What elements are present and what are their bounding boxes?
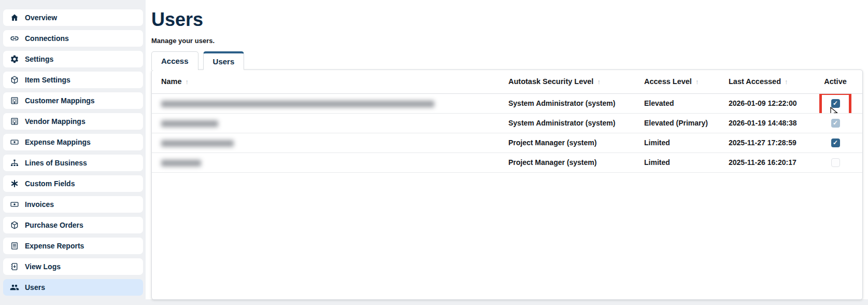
building-icon — [10, 117, 19, 126]
col-header-label: Autotask Security Level — [508, 77, 593, 86]
cell-security-level: Project Manager (system) — [500, 133, 636, 152]
payments-icon — [10, 137, 19, 147]
sidebar-item-label: Custom Fields — [25, 179, 75, 188]
sidebar-item-label: Expense Mappings — [25, 138, 91, 146]
link-icon — [10, 34, 19, 43]
active-checkbox[interactable] — [831, 99, 840, 108]
cell-last-accessed: 2025-11-26 16:20:17 — [720, 152, 808, 172]
sidebar-item-connections[interactable]: Connections — [3, 30, 143, 47]
tab-bar: Access Users — [151, 51, 868, 70]
cell-access-level: Limited — [636, 152, 720, 172]
sidebar-item-label: Purchase Orders — [25, 221, 83, 229]
sidebar-item-label: Customer Mappings — [25, 96, 95, 105]
cell-security-level: System Administrator (system) — [500, 113, 636, 133]
table-header-row: Name↑ Autotask Security Level↑ Access Le… — [152, 70, 862, 93]
cell-last-accessed: 2026-01-09 12:22:00 — [720, 93, 808, 113]
cell-security-level: Project Manager (system) — [500, 152, 636, 172]
home-icon — [10, 13, 19, 22]
cell-security-level: System Administrator (system) — [500, 93, 636, 113]
cell-active — [808, 152, 862, 172]
active-checkbox[interactable] — [831, 158, 840, 167]
col-header-name[interactable]: Name↑ — [152, 70, 500, 93]
redacted-name — [161, 101, 434, 107]
main-panel: Users Manage your users. Access Users Na… — [146, 0, 868, 299]
sidebar-item-purchase-orders[interactable]: Purchase Orders — [3, 217, 143, 233]
table-row: System Administrator (system) Elevated 2… — [152, 93, 862, 113]
col-header-label: Last Accessed — [729, 77, 781, 86]
cell-last-accessed: 2025-11-27 17:28:59 — [720, 133, 808, 152]
table-row: System Administrator (system) Elevated (… — [152, 113, 862, 133]
page-subtitle: Manage your users. — [151, 37, 868, 45]
cell-active — [808, 93, 862, 113]
package-icon — [10, 75, 19, 85]
cell-access-level: Elevated (Primary) — [636, 113, 720, 133]
users-table: Name↑ Autotask Security Level↑ Access Le… — [152, 70, 862, 173]
sidebar-item-overview[interactable]: Overview — [3, 9, 143, 26]
col-header-active: Active — [808, 70, 862, 93]
col-header-label: Name — [161, 77, 182, 86]
payments-icon — [10, 200, 19, 209]
sidebar-item-label: Invoices — [25, 200, 54, 209]
sidebar-item-view-logs[interactable]: View Logs — [3, 258, 143, 275]
cell-name — [152, 152, 500, 172]
sidebar-item-item-settings[interactable]: Item Settings — [3, 72, 143, 88]
sidebar-item-label: Lines of Business — [25, 159, 87, 167]
col-header-access-level[interactable]: Access Level↑ — [636, 70, 720, 93]
group-icon — [10, 283, 19, 292]
hierarchy-icon — [10, 158, 19, 168]
sidebar-item-label: Vendor Mappings — [25, 117, 86, 126]
sidebar-item-expense-reports[interactable]: Expense Reports — [3, 238, 143, 254]
col-header-security-level[interactable]: Autotask Security Level↑ — [500, 70, 636, 93]
cell-active — [808, 133, 862, 152]
cell-access-level: Elevated — [636, 93, 720, 113]
cell-name — [152, 133, 500, 152]
sidebar-item-vendor-mappings[interactable]: Vendor Mappings — [3, 113, 143, 130]
package-icon — [10, 220, 19, 230]
cell-last-accessed: 2026-01-19 14:48:38 — [720, 113, 808, 133]
sidebar-item-customer-mappings[interactable]: Customer Mappings — [3, 92, 143, 109]
table-row: Project Manager (system) Limited 2025-11… — [152, 152, 862, 172]
sort-ascending-icon[interactable]: ↑ — [785, 78, 788, 86]
active-checkbox[interactable] — [831, 119, 840, 128]
logs-icon — [10, 262, 19, 271]
sidebar-item-invoices[interactable]: Invoices — [3, 196, 143, 213]
redacted-name — [161, 120, 218, 127]
building-icon — [10, 96, 19, 105]
sidebar-item-label: Users — [25, 283, 45, 292]
gear-icon — [10, 54, 19, 64]
sidebar-item-custom-fields[interactable]: Custom Fields — [3, 175, 143, 192]
sidebar-item-label: Settings — [25, 55, 53, 63]
redacted-name — [161, 140, 234, 147]
sidebar-item-label: Connections — [25, 34, 69, 43]
asterisk-icon — [10, 179, 19, 188]
cell-name — [152, 113, 500, 133]
active-checkbox[interactable] — [831, 138, 840, 147]
tab-users[interactable]: Users — [203, 51, 245, 70]
cell-access-level: Limited — [636, 133, 720, 152]
table-row: Project Manager (system) Limited 2025-11… — [152, 133, 862, 152]
sidebar-item-users[interactable]: Users — [3, 279, 143, 296]
col-header-label: Access Level — [644, 77, 692, 86]
report-icon — [10, 241, 19, 251]
sidebar-item-settings[interactable]: Settings — [3, 51, 143, 67]
tab-access[interactable]: Access — [151, 51, 198, 70]
col-header-label: Active — [824, 77, 847, 86]
sidebar-item-label: Expense Reports — [25, 242, 84, 250]
sidebar-item-label: Overview — [25, 13, 57, 22]
cell-active — [808, 113, 862, 133]
sidebar-item-lines-of-business[interactable]: Lines of Business — [3, 155, 143, 171]
redacted-name — [161, 160, 201, 167]
sort-ascending-icon[interactable]: ↑ — [597, 78, 601, 86]
col-header-last-accessed[interactable]: Last Accessed↑ — [720, 70, 808, 93]
users-table-card: Name↑ Autotask Security Level↑ Access Le… — [151, 70, 863, 300]
cell-name — [152, 93, 500, 113]
sidebar-item-expense-mappings[interactable]: Expense Mappings — [3, 134, 143, 150]
sidebar-item-label: View Logs — [25, 262, 61, 271]
sidebar: Overview Connections Settings Item Setti… — [3, 9, 143, 300]
sort-ascending-icon[interactable]: ↑ — [695, 78, 699, 86]
sort-ascending-icon[interactable]: ↑ — [186, 78, 189, 86]
sidebar-item-label: Item Settings — [25, 76, 70, 84]
page-title: Users — [151, 9, 868, 30]
